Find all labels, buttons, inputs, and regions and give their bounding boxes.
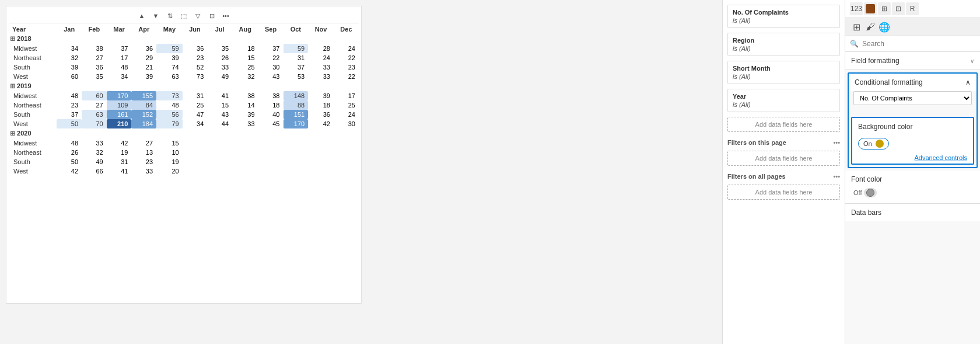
data-cell: 13 [131, 148, 156, 157]
year-toggle[interactable]: ⊞ [10, 82, 15, 89]
data-cell: 36 [308, 110, 334, 119]
data-cell: 19 [156, 157, 183, 166]
filter-region[interactable]: Region is (All) [727, 33, 840, 56]
field-formatting-header[interactable]: Field formatting ∨ [845, 52, 980, 70]
filter-year[interactable]: Year is (All) [727, 89, 840, 112]
collapse-button[interactable]: ⬚ [178, 10, 190, 22]
year-cell [284, 81, 309, 91]
format-icon-collapse-grid[interactable]: ⊡ [892, 2, 905, 15]
data-cell: 18 [232, 44, 258, 53]
data-cell: 25 [334, 100, 359, 110]
data-cell: 18 [258, 100, 284, 110]
data-cell: 33 [308, 72, 334, 81]
filter-complaints[interactable]: No. Of Complaints is (All) [727, 5, 840, 28]
year-cell [183, 34, 208, 44]
data-cell: 34 [57, 44, 82, 53]
data-cell: 32 [232, 72, 258, 81]
format-icon-paint[interactable]: 🖌 [864, 20, 877, 33]
resize-handle-horizontal[interactable] [359, 6, 362, 303]
formatting-panel: 123 ⊞ ⊡ R ⊞ 🖌 🌐 🔍 Field formatting ∨ Con… [845, 0, 980, 344]
region-label: West [9, 72, 57, 81]
data-cell: 38 [258, 91, 284, 100]
format-search-container: 🔍 [845, 36, 980, 52]
year-cell [131, 128, 156, 138]
year-label[interactable]: ⊞ 2019 [9, 81, 57, 91]
all-pages-filter-ellipsis[interactable]: ••• [833, 173, 840, 180]
data-cell: 45 [258, 119, 284, 128]
add-all-pages-fields[interactable]: Add data fields here [727, 185, 840, 200]
filter-short-month[interactable]: Short Month is (All) [727, 61, 840, 84]
data-cell: 39 [57, 62, 82, 72]
data-cell: 10 [156, 148, 183, 157]
more-options-button[interactable]: ••• [220, 10, 232, 22]
oct-header: Oct [284, 25, 309, 34]
filter-complaints-value: is (All) [733, 17, 835, 24]
advanced-controls-link[interactable]: Advanced controls [852, 152, 973, 164]
cf-field-dropdown[interactable]: No. Of Complaints [853, 91, 972, 105]
field-formatting-section: Field formatting ∨ [845, 52, 980, 70]
field-formatting-label: Field formatting [851, 57, 900, 65]
format-icon-globe[interactable]: 🌐 [878, 20, 891, 33]
conditional-formatting-chevron: ∧ [965, 78, 971, 86]
year-toggle[interactable]: ⊞ [10, 35, 15, 42]
field-formatting-chevron: ∨ [970, 58, 974, 64]
data-cell: 35 [82, 72, 107, 81]
year-toggle[interactable]: ⊞ [10, 130, 15, 137]
bg-color-section: Background color On Advanced controls [851, 117, 974, 165]
region-label: Northeast [9, 53, 57, 62]
add-page-fields[interactable]: Add data fields here [727, 151, 840, 166]
data-cell: 152 [131, 110, 156, 119]
data-cell [207, 138, 232, 148]
data-cell: 15 [156, 138, 183, 148]
nov-header: Nov [308, 25, 334, 34]
data-cell: 48 [156, 100, 183, 110]
sort-asc-button[interactable]: ▲ [136, 10, 148, 22]
toggle-off-label: Off [853, 189, 862, 196]
data-cell: 50 [57, 157, 82, 166]
year-cell [183, 81, 208, 91]
may-header: May [156, 25, 183, 34]
region-label: West [9, 119, 57, 128]
year-cell [131, 34, 156, 44]
format-icon-123[interactable]: 123 [850, 2, 863, 15]
format-icon-table[interactable]: ⊞ [850, 20, 863, 33]
filter-button[interactable]: ▽ [192, 10, 204, 22]
data-cell: 23 [131, 157, 156, 166]
format-icon-expand-grid[interactable]: ⊞ [878, 2, 891, 15]
data-cell: 48 [57, 91, 82, 100]
font-color-toggle[interactable]: Off [851, 187, 879, 199]
data-cell: 60 [57, 72, 82, 81]
conditional-formatting-header[interactable]: Conditional formatting ∧ [849, 74, 977, 91]
year-label[interactable]: ⊞ 2020 [9, 128, 57, 138]
format-icon-brown-square[interactable] [864, 2, 877, 15]
format-icon-r[interactable]: R [906, 2, 919, 15]
data-cell: 48 [107, 62, 132, 72]
focus-button[interactable]: ⊡ [206, 10, 218, 22]
data-cell: 42 [57, 166, 82, 176]
year-label[interactable]: ⊞ 2018 [9, 34, 57, 44]
expand-button[interactable]: ⇅ [164, 10, 176, 22]
data-cell: 35 [207, 44, 232, 53]
resize-handle-vertical[interactable] [6, 301, 361, 304]
data-cell: 33 [82, 138, 107, 148]
aug-header: Aug [232, 25, 258, 34]
filters-on-page-title: Filters on this page ••• [727, 139, 840, 146]
data-cell: 19 [107, 148, 132, 157]
bg-color-toggle[interactable]: On [858, 138, 889, 150]
page-filter-ellipsis[interactable]: ••• [833, 139, 840, 146]
data-cell: 33 [232, 119, 258, 128]
data-cell: 148 [284, 91, 309, 100]
sort-desc-button[interactable]: ▼ [150, 10, 162, 22]
table-row: Midwest486017015573314138381483917 [9, 91, 359, 100]
data-cell: 70 [82, 119, 107, 128]
table-row: ⊞ 2020 [9, 128, 359, 138]
data-cell: 15 [207, 100, 232, 110]
table-row: West507021018479344433451704230 [9, 119, 359, 128]
data-cell: 32 [57, 53, 82, 62]
format-search-input[interactable] [862, 40, 975, 48]
add-visual-fields[interactable]: Add data fields here [727, 117, 840, 132]
data-cell [183, 148, 208, 157]
data-cell: 37 [284, 62, 309, 72]
data-cell: 73 [156, 91, 183, 100]
data-cell [284, 157, 309, 166]
